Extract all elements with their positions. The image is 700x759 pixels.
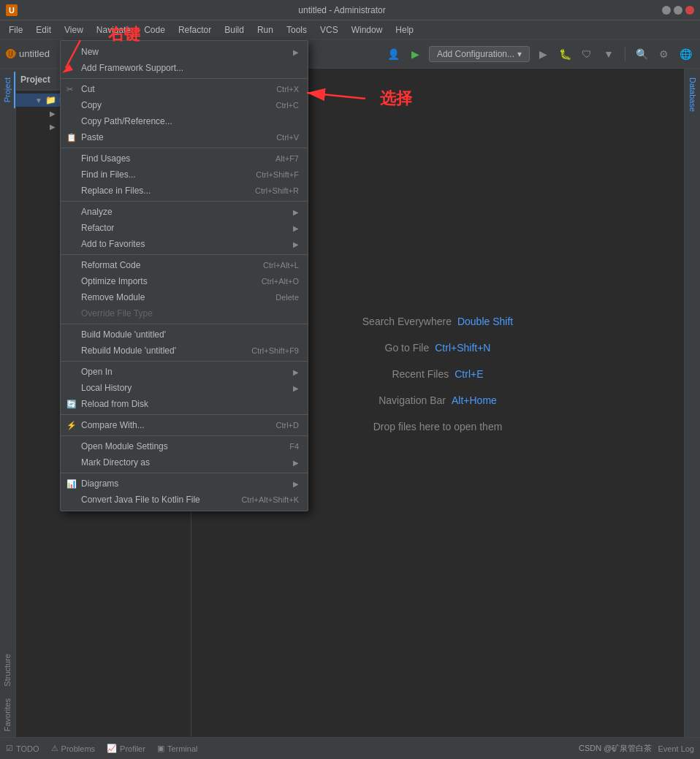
ctx-mark-dir-arrow-icon: ▶ — [293, 459, 299, 467]
ctx-mark-directory[interactable]: Mark Directory as ▶ — [61, 454, 308, 470]
ctx-sep-7 — [61, 414, 308, 415]
ctx-sep-2 — [61, 148, 308, 148]
ctx-optimize-imports[interactable]: Optimize Imports Ctrl+Alt+O — [61, 273, 308, 289]
ctx-sep-6 — [61, 361, 308, 362]
ctx-sep-8 — [61, 435, 308, 436]
compare-icon: ⚡ — [66, 421, 77, 430]
ctx-find-in-files[interactable]: Find in Files... Ctrl+Shift+F — [61, 167, 308, 183]
context-menu-overlay[interactable]: New ▶ Add Framework Support... ✂ Cut Ctr… — [0, 0, 700, 759]
ctx-module-settings[interactable]: Open Module Settings F4 — [61, 438, 308, 454]
ctx-reload-from-disk[interactable]: 🔄 Reload from Disk — [61, 396, 308, 412]
ctx-cut[interactable]: ✂ Cut Ctrl+X — [61, 81, 308, 97]
ctx-convert-kotlin[interactable]: Convert Java File to Kotlin File Ctrl+Al… — [61, 492, 308, 508]
ctx-replace-in-files[interactable]: Replace in Files... Ctrl+Shift+R — [61, 183, 308, 199]
ctx-reformat[interactable]: Reformat Code Ctrl+Alt+L — [61, 257, 308, 273]
ctx-favorites-arrow-icon: ▶ — [293, 240, 299, 248]
ctx-override-file-type: Override File Type — [61, 305, 308, 321]
ctx-sep-5 — [61, 324, 308, 324]
ctx-sep-4 — [61, 254, 308, 255]
ctx-analyze[interactable]: Analyze ▶ — [61, 204, 308, 220]
ctx-open-in-arrow-icon: ▶ — [293, 368, 299, 376]
ctx-add-framework[interactable]: Add Framework Support... — [61, 60, 308, 76]
cut-icon: ✂ — [66, 85, 73, 94]
ctx-sep-1 — [61, 78, 308, 79]
ctx-refactor-arrow-icon: ▶ — [293, 224, 299, 232]
ctx-add-favorites[interactable]: Add to Favorites ▶ — [61, 236, 308, 252]
ctx-diagrams[interactable]: 📊 Diagrams ▶ — [61, 476, 308, 492]
ctx-rebuild-module[interactable]: Rebuild Module 'untitled' Ctrl+Shift+F9 — [61, 343, 308, 359]
ctx-open-in[interactable]: Open In ▶ — [61, 364, 308, 380]
ctx-new[interactable]: New ▶ — [61, 44, 308, 60]
paste-icon: 📋 — [66, 133, 77, 142]
ctx-refactor[interactable]: Refactor ▶ — [61, 220, 308, 236]
ctx-sep-9 — [61, 473, 308, 473]
ctx-local-history[interactable]: Local History ▶ — [61, 380, 308, 396]
reload-icon: 🔄 — [66, 400, 77, 409]
ctx-compare-with[interactable]: ⚡ Compare With... Ctrl+D — [61, 417, 308, 433]
ctx-copy[interactable]: Copy Ctrl+C — [61, 97, 308, 113]
ctx-remove-module[interactable]: Remove Module Delete — [61, 289, 308, 305]
ctx-new-arrow-icon: ▶ — [293, 48, 299, 56]
diagrams-icon: 📊 — [66, 479, 77, 489]
ctx-analyze-arrow-icon: ▶ — [293, 208, 299, 216]
context-menu: New ▶ Add Framework Support... ✂ Cut Ctr… — [60, 40, 308, 511]
ctx-copy-path[interactable]: Copy Path/Reference... — [61, 113, 308, 129]
ctx-sep-3 — [61, 201, 308, 202]
ctx-diagrams-arrow-icon: ▶ — [293, 480, 299, 488]
ctx-build-module[interactable]: Build Module 'untitled' — [61, 327, 308, 343]
ctx-find-usages[interactable]: Find Usages Alt+F7 — [61, 150, 308, 167]
ctx-local-history-arrow-icon: ▶ — [293, 384, 299, 392]
ctx-paste[interactable]: 📋 Paste Ctrl+V — [61, 129, 308, 145]
